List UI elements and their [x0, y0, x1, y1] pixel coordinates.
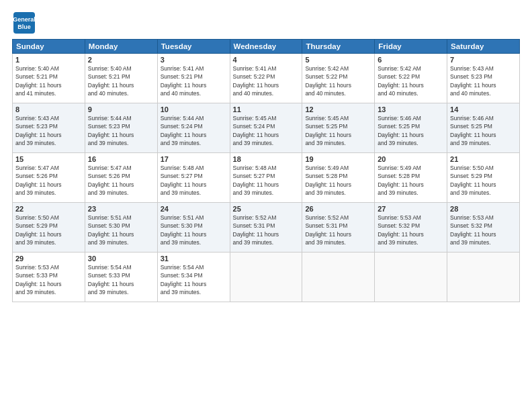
calendar-cell: 29Sunrise: 5:53 AM Sunset: 5:33 PM Dayli…: [13, 253, 85, 302]
day-info: Sunrise: 5:47 AM Sunset: 5:26 PM Dayligh…: [15, 164, 82, 197]
day-number: 23: [88, 205, 154, 213]
day-number: 7: [450, 56, 517, 64]
calendar-cell: 26Sunrise: 5:52 AM Sunset: 5:31 PM Dayli…: [302, 203, 375, 253]
day-number: 22: [15, 205, 82, 213]
day-info: Sunrise: 5:49 AM Sunset: 5:28 PM Dayligh…: [378, 164, 444, 197]
calendar-week-2: 8Sunrise: 5:43 AM Sunset: 5:23 PM Daylig…: [13, 103, 520, 153]
day-info: Sunrise: 5:43 AM Sunset: 5:23 PM Dayligh…: [450, 64, 517, 97]
day-info: Sunrise: 5:50 AM Sunset: 5:29 PM Dayligh…: [15, 214, 82, 246]
day-number: 14: [450, 105, 517, 113]
day-info: Sunrise: 5:44 AM Sunset: 5:23 PM Dayligh…: [88, 114, 154, 147]
calendar-cell: 14Sunrise: 5:46 AM Sunset: 5:25 PM Dayli…: [447, 103, 520, 153]
day-number: 16: [88, 155, 154, 163]
day-number: 29: [15, 255, 82, 263]
day-info: Sunrise: 5:45 AM Sunset: 5:25 PM Dayligh…: [305, 114, 371, 147]
day-number: 6: [378, 56, 444, 64]
day-info: Sunrise: 5:42 AM Sunset: 5:22 PM Dayligh…: [305, 64, 371, 97]
day-number: 20: [378, 155, 444, 163]
calendar-cell: 25Sunrise: 5:52 AM Sunset: 5:31 PM Dayli…: [230, 203, 302, 253]
day-number: 13: [378, 105, 444, 113]
calendar-cell: [447, 253, 520, 302]
day-info: Sunrise: 5:48 AM Sunset: 5:27 PM Dayligh…: [233, 164, 300, 197]
calendar-cell: [375, 253, 447, 302]
calendar-cell: 19Sunrise: 5:49 AM Sunset: 5:28 PM Dayli…: [302, 153, 375, 203]
calendar-cell: 4Sunrise: 5:41 AM Sunset: 5:22 PM Daylig…: [230, 54, 302, 103]
calendar-week-4: 22Sunrise: 5:50 AM Sunset: 5:29 PM Dayli…: [13, 203, 520, 253]
calendar-cell: 10Sunrise: 5:44 AM Sunset: 5:24 PM Dayli…: [157, 103, 230, 153]
calendar-cell: 11Sunrise: 5:45 AM Sunset: 5:24 PM Dayli…: [230, 103, 302, 153]
calendar-header-monday: Monday: [85, 40, 157, 54]
day-number: 26: [305, 205, 371, 213]
calendar-cell: [302, 253, 375, 302]
calendar-table: SundayMondayTuesdayWednesdayThursdayFrid…: [12, 39, 520, 302]
day-number: 5: [305, 56, 371, 64]
day-number: 18: [233, 155, 300, 163]
day-info: Sunrise: 5:52 AM Sunset: 5:31 PM Dayligh…: [233, 214, 300, 246]
day-info: Sunrise: 5:47 AM Sunset: 5:26 PM Dayligh…: [88, 164, 154, 197]
day-number: 25: [233, 205, 300, 213]
day-info: Sunrise: 5:43 AM Sunset: 5:23 PM Dayligh…: [15, 114, 82, 147]
calendar-cell: 3Sunrise: 5:41 AM Sunset: 5:21 PM Daylig…: [157, 54, 230, 103]
day-info: Sunrise: 5:41 AM Sunset: 5:22 PM Dayligh…: [233, 64, 300, 97]
calendar-cell: 16Sunrise: 5:47 AM Sunset: 5:26 PM Dayli…: [85, 153, 157, 203]
calendar-cell: 17Sunrise: 5:48 AM Sunset: 5:27 PM Dayli…: [157, 153, 230, 203]
page-header: General Blue: [12, 11, 520, 35]
day-info: Sunrise: 5:40 AM Sunset: 5:21 PM Dayligh…: [88, 64, 154, 97]
day-number: 1: [15, 56, 82, 64]
day-number: 15: [15, 155, 82, 163]
day-number: 12: [305, 105, 371, 113]
calendar-cell: [230, 253, 302, 302]
day-number: 28: [450, 205, 517, 213]
day-info: Sunrise: 5:54 AM Sunset: 5:34 PM Dayligh…: [161, 263, 227, 296]
calendar-cell: 27Sunrise: 5:53 AM Sunset: 5:32 PM Dayli…: [375, 203, 447, 253]
day-info: Sunrise: 5:50 AM Sunset: 5:29 PM Dayligh…: [450, 164, 517, 197]
calendar-cell: 28Sunrise: 5:53 AM Sunset: 5:32 PM Dayli…: [447, 203, 520, 253]
calendar-header-sunday: Sunday: [13, 40, 85, 54]
calendar-week-5: 29Sunrise: 5:53 AM Sunset: 5:33 PM Dayli…: [13, 253, 520, 302]
day-number: 4: [233, 56, 300, 64]
day-info: Sunrise: 5:41 AM Sunset: 5:21 PM Dayligh…: [161, 64, 227, 97]
day-info: Sunrise: 5:49 AM Sunset: 5:28 PM Dayligh…: [305, 164, 371, 197]
day-info: Sunrise: 5:44 AM Sunset: 5:24 PM Dayligh…: [161, 114, 227, 147]
calendar-cell: 30Sunrise: 5:54 AM Sunset: 5:33 PM Dayli…: [85, 253, 157, 302]
day-number: 10: [161, 105, 227, 113]
logo: General Blue: [12, 11, 39, 35]
day-number: 27: [378, 205, 444, 213]
svg-rect-0: [13, 12, 35, 34]
calendar-header-saturday: Saturday: [447, 40, 520, 54]
calendar-cell: 2Sunrise: 5:40 AM Sunset: 5:21 PM Daylig…: [85, 54, 157, 103]
calendar-cell: 6Sunrise: 5:42 AM Sunset: 5:22 PM Daylig…: [375, 54, 447, 103]
calendar-week-3: 15Sunrise: 5:47 AM Sunset: 5:26 PM Dayli…: [13, 153, 520, 203]
day-number: 17: [161, 155, 227, 163]
day-number: 24: [161, 205, 227, 213]
day-number: 11: [233, 105, 300, 113]
svg-text:General: General: [13, 16, 36, 23]
calendar-header-tuesday: Tuesday: [157, 40, 230, 54]
day-number: 8: [15, 105, 82, 113]
calendar-cell: 7Sunrise: 5:43 AM Sunset: 5:23 PM Daylig…: [447, 54, 520, 103]
calendar-week-1: 1Sunrise: 5:40 AM Sunset: 5:21 PM Daylig…: [13, 54, 520, 103]
svg-text:Blue: Blue: [17, 24, 31, 30]
calendar-cell: 9Sunrise: 5:44 AM Sunset: 5:23 PM Daylig…: [85, 103, 157, 153]
calendar-cell: 21Sunrise: 5:50 AM Sunset: 5:29 PM Dayli…: [447, 153, 520, 203]
calendar-cell: 31Sunrise: 5:54 AM Sunset: 5:34 PM Dayli…: [157, 253, 230, 302]
calendar-header-wednesday: Wednesday: [230, 40, 302, 54]
day-info: Sunrise: 5:45 AM Sunset: 5:24 PM Dayligh…: [233, 114, 300, 147]
calendar-cell: 20Sunrise: 5:49 AM Sunset: 5:28 PM Dayli…: [375, 153, 447, 203]
day-number: 30: [88, 255, 154, 263]
calendar-cell: 5Sunrise: 5:42 AM Sunset: 5:22 PM Daylig…: [302, 54, 375, 103]
day-info: Sunrise: 5:51 AM Sunset: 5:30 PM Dayligh…: [88, 214, 154, 246]
calendar-page: General Blue SundayMondayTuesdayWednesda…: [0, 0, 532, 411]
calendar-cell: 8Sunrise: 5:43 AM Sunset: 5:23 PM Daylig…: [13, 103, 85, 153]
day-number: 2: [88, 56, 154, 64]
day-number: 31: [161, 255, 227, 263]
calendar-header-row: SundayMondayTuesdayWednesdayThursdayFrid…: [13, 40, 520, 54]
day-number: 3: [161, 56, 227, 64]
calendar-header-thursday: Thursday: [302, 40, 375, 54]
day-info: Sunrise: 5:48 AM Sunset: 5:27 PM Dayligh…: [161, 164, 227, 197]
day-info: Sunrise: 5:51 AM Sunset: 5:30 PM Dayligh…: [161, 214, 227, 246]
day-number: 9: [88, 105, 154, 113]
logo-icon: General Blue: [12, 11, 36, 35]
day-info: Sunrise: 5:54 AM Sunset: 5:33 PM Dayligh…: [88, 263, 154, 296]
calendar-cell: 24Sunrise: 5:51 AM Sunset: 5:30 PM Dayli…: [157, 203, 230, 253]
